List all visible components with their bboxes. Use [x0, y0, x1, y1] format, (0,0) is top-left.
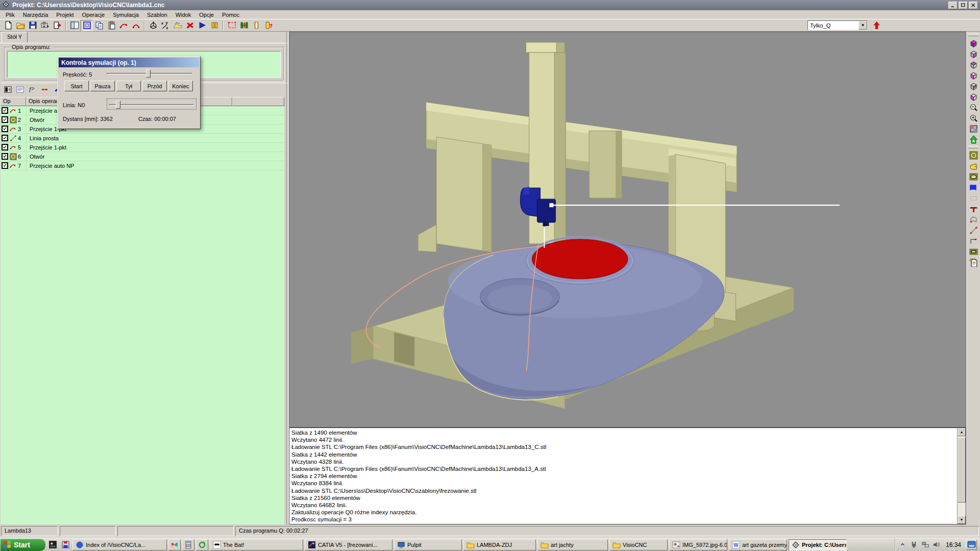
scroll-down-icon[interactable]: ▼: [958, 516, 966, 524]
pauza-button[interactable]: Pauza: [90, 81, 115, 91]
cube-top-icon[interactable]: [967, 59, 979, 70]
network-icon[interactable]: [921, 540, 930, 549]
menu-plik[interactable]: Plik: [2, 11, 19, 18]
list-blue-icon[interactable]: [14, 84, 26, 95]
zoom-window-icon[interactable]: [967, 123, 979, 134]
menu-pomoc[interactable]: Pomoc: [218, 11, 243, 18]
surface-icon[interactable]: [172, 20, 184, 31]
column-op[interactable]: Op: [1, 97, 26, 106]
dialog-title-bar[interactable]: Kontrola symulacji (op. 1): [59, 58, 199, 67]
line-slider[interactable]: [109, 100, 194, 109]
taskbar-button-art[interactable]: Wart gazeta przemyslu j...: [729, 539, 787, 550]
speed-slider-thumb[interactable]: [146, 69, 151, 78]
simulation-control-dialog[interactable]: Kontrola symulacji (op. 1) Pręskość: 5 S…: [57, 56, 201, 129]
menu-szablon[interactable]: Szablon: [143, 11, 172, 18]
measure-icon[interactable]: [39, 84, 50, 95]
tab-stol-y[interactable]: Stół Y: [2, 32, 28, 43]
slot-icon[interactable]: [967, 246, 979, 257]
taskbar-button-refresh[interactable]: [196, 539, 208, 550]
close-button[interactable]: [969, 2, 978, 9]
taskbar-button-the[interactable]: The Bat!: [210, 539, 303, 550]
show-desktop-button[interactable]: [966, 540, 977, 550]
speed-slider[interactable]: [107, 69, 192, 78]
message-log[interactable]: Siatka z 1490 elementówWczytano 4472 lin…: [289, 428, 966, 524]
maximize-button[interactable]: [959, 2, 968, 9]
cube-solid-icon[interactable]: [967, 38, 979, 48]
polygon-icon[interactable]: [967, 214, 979, 225]
menu-narzędzia[interactable]: Narzędzia: [19, 11, 53, 18]
log-scrollbar[interactable]: ▲ ▼: [957, 428, 966, 524]
multipass-icon[interactable]: [967, 182, 979, 193]
przód-button[interactable]: Przód: [142, 81, 167, 91]
cube-left-icon[interactable]: [967, 70, 979, 81]
menu-operacje[interactable]: Operacje: [78, 11, 109, 18]
select-dashed-icon[interactable]: [226, 20, 238, 31]
machine-select-combobox[interactable]: Tylko_Q ▼: [807, 20, 868, 30]
scrollbar-thumb[interactable]: [958, 437, 966, 503]
tslot-icon[interactable]: [967, 204, 979, 214]
cube-bottom-icon[interactable]: [967, 91, 979, 102]
operation-checkbox[interactable]: [2, 144, 8, 151]
menu-projekt[interactable]: Projekt: [52, 11, 78, 18]
scroll-up-icon[interactable]: ▲: [958, 428, 966, 436]
operation-checkbox[interactable]: [2, 153, 8, 160]
ellipse-icon[interactable]: [967, 171, 979, 182]
corner-icon[interactable]: [967, 236, 979, 246]
new-icon[interactable]: [2, 20, 14, 31]
machine-icon[interactable]: [39, 20, 51, 31]
toolbar-grip[interactable]: [968, 34, 978, 36]
chevron-down-icon[interactable]: ▼: [859, 21, 867, 30]
toolbar-grip[interactable]: [968, 146, 978, 148]
frame-icon[interactable]: [81, 20, 93, 31]
rectangle-icon[interactable]: [967, 193, 979, 204]
quicklaunch-floppy-icon[interactable]: [60, 539, 71, 550]
menu-widok[interactable]: Widok: [172, 11, 195, 18]
operation-row-5[interactable]: 5Przejście 1-pkt: [1, 143, 284, 152]
menu-opcje[interactable]: Opcje: [195, 11, 218, 18]
split-icon[interactable]: [68, 20, 81, 31]
play-icon[interactable]: [196, 20, 208, 31]
start-button[interactable]: Start: [64, 81, 89, 91]
arc-1pkt-icon[interactable]: [130, 20, 142, 31]
taskbar-button-pulpit[interactable]: Pulpit: [394, 539, 462, 550]
cube-corner-icon[interactable]: [967, 81, 979, 91]
save-icon[interactable]: [27, 20, 39, 31]
operation-row-6[interactable]: 6Otwór: [1, 152, 284, 161]
paste-icon[interactable]: [105, 20, 117, 31]
limits-icon[interactable]: [238, 20, 250, 31]
home-icon[interactable]: A: [967, 134, 979, 145]
new-op-icon[interactable]: [967, 257, 979, 268]
operation-row-4[interactable]: 4Linia prosta: [1, 134, 284, 143]
tył-button[interactable]: Tył: [116, 81, 141, 91]
koniec-button[interactable]: Koniec: [168, 81, 193, 91]
tool-bar-icon[interactable]: [250, 20, 262, 31]
machine-3d-view[interactable]: [289, 32, 966, 428]
copy-icon[interactable]: [93, 20, 105, 31]
exit-icon[interactable]: [51, 20, 63, 31]
zoom-out-icon[interactable]: [967, 102, 979, 113]
volume-icon[interactable]: [932, 540, 941, 549]
taskbar-button-visiocnc[interactable]: VisioCNC: [609, 539, 668, 550]
delete-x-icon[interactable]: [184, 20, 196, 31]
pocket-icon[interactable]: [967, 161, 979, 171]
taskbar-button-catia[interactable]: CATIA V5 - [frezowani...: [305, 539, 393, 550]
operation-checkbox[interactable]: [2, 116, 8, 123]
arc-auto-icon[interactable]: [117, 20, 130, 31]
taskbar-button-index[interactable]: Index of /VisioCNC/La...: [72, 539, 167, 550]
raise-axis-button[interactable]: [870, 20, 883, 31]
power-icon[interactable]: [910, 540, 919, 549]
minimize-button[interactable]: [948, 2, 958, 9]
operation-checkbox[interactable]: [2, 162, 8, 169]
title-bar[interactable]: Projekt: C:\Users\ss\Desktop\VisioCNC\la…: [0, 0, 980, 10]
operation-row-7[interactable]: 7Przejscie auto NP: [1, 161, 284, 170]
compass-icon[interactable]: [147, 20, 159, 31]
hole-icon[interactable]: [967, 150, 979, 161]
chevron-icon[interactable]: [898, 540, 908, 549]
taskbar-button-calculator[interactable]: [182, 539, 194, 550]
menu-symulacja[interactable]: Symulacja: [109, 11, 143, 18]
operation-checkbox[interactable]: [2, 126, 8, 132]
formula-icon[interactable]: ƒ2³: [27, 84, 38, 95]
line-icon[interactable]: [967, 225, 979, 236]
taskbar-button-projekt[interactable]: Projekt: C:\Users\ss\D...: [789, 539, 847, 550]
open-icon[interactable]: [14, 20, 27, 31]
